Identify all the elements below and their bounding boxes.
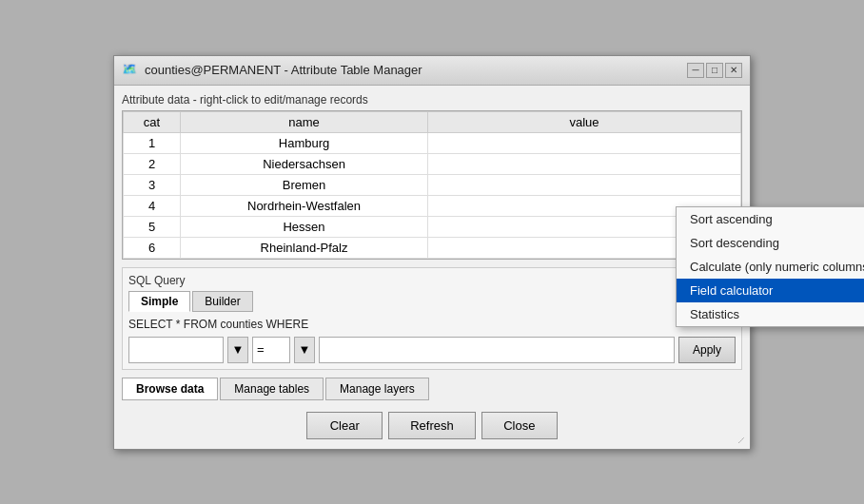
col-header-name: name	[181, 111, 428, 132]
value-input[interactable]	[319, 337, 675, 363]
bottom-tabs: Browse data Manage tables Manage layers	[122, 378, 742, 400]
table-row[interactable]: 3 Bremen	[124, 174, 741, 195]
cell-value	[428, 174, 741, 195]
window-body: Attribute data - right-click to edit/man…	[114, 86, 750, 449]
cell-cat: 5	[124, 216, 181, 237]
tab-manage-layers[interactable]: Manage layers	[325, 378, 429, 400]
cell-name: Nordrhein-Westfalen	[181, 195, 428, 216]
cell-name: Bremen	[181, 174, 428, 195]
tab-browse-data[interactable]: Browse data	[122, 378, 218, 400]
operator-select[interactable]: =	[252, 337, 290, 363]
cell-cat: 4	[124, 195, 181, 216]
cell-cat: 2	[124, 153, 181, 174]
operator-arrow[interactable]: ▼	[294, 337, 315, 363]
refresh-button[interactable]: Refresh	[388, 412, 476, 439]
context-menu-item[interactable]: Sort descending	[677, 231, 864, 255]
context-menu-item[interactable]: Statistics	[677, 302, 864, 326]
field-dropdown-arrow[interactable]: ▼	[227, 337, 248, 363]
table-row[interactable]: 5 Hessen	[124, 216, 741, 237]
action-buttons: Clear Refresh Close	[122, 408, 742, 441]
cell-cat: 1	[124, 132, 181, 153]
window-title: counties@PERMANENT - Attribute Table Man…	[145, 63, 422, 77]
cell-name: Hamburg	[181, 132, 428, 153]
cell-cat: 3	[124, 174, 181, 195]
sql-query-text: SELECT * FROM counties WHERE	[128, 318, 736, 331]
context-menu-item-label: Field calculator	[690, 283, 773, 298]
sql-tabs: Simple Builder	[128, 291, 736, 312]
table-row[interactable]: 4 Nordrhein-Westfalen	[124, 195, 741, 216]
tab-builder[interactable]: Builder	[192, 291, 252, 312]
cell-name: Rheinland-Pfalz	[181, 237, 428, 258]
sql-section-title: SQL Query	[128, 274, 736, 287]
context-menu-item[interactable]: Calculate (only numeric columns)▶	[677, 255, 864, 279]
cell-cat: 6	[124, 237, 181, 258]
window-controls: ─ □ ✕	[687, 63, 742, 78]
titlebar: 🗺️ counties@PERMANENT - Attribute Table …	[114, 56, 750, 86]
apply-button[interactable]: Apply	[678, 337, 736, 363]
context-menu-item-label: Calculate (only numeric columns)	[690, 260, 864, 274]
table-row[interactable]: 6 Rheinland-Pfalz	[124, 237, 741, 258]
col-header-cat: cat	[124, 111, 181, 132]
query-builder-row: ▼ = ▼ Apply	[128, 337, 736, 363]
table-row[interactable]: 1 Hamburg	[124, 132, 741, 153]
attribute-table-container: cat name value 1 Hamburg 2 Niedersachsen…	[122, 110, 742, 260]
main-window: 🗺️ counties@PERMANENT - Attribute Table …	[113, 55, 751, 450]
col-header-value: value	[428, 111, 741, 132]
titlebar-left: 🗺️ counties@PERMANENT - Attribute Table …	[122, 62, 422, 79]
close-button[interactable]: Close	[481, 412, 558, 439]
table-row[interactable]: 2 Niedersachsen	[124, 153, 741, 174]
context-menu-item[interactable]: Field calculator	[677, 279, 864, 302]
context-menu-item[interactable]: Sort ascending	[677, 207, 864, 231]
close-window-button[interactable]: ✕	[725, 63, 742, 78]
attribute-table: cat name value 1 Hamburg 2 Niedersachsen…	[123, 111, 741, 259]
context-menu: Sort ascendingSort descendingCalculate (…	[676, 206, 864, 327]
context-menu-item-label: Statistics	[690, 307, 739, 321]
table-header-label: Attribute data - right-click to edit/man…	[122, 93, 742, 107]
cell-value	[428, 132, 741, 153]
context-menu-item-label: Sort ascending	[690, 212, 773, 226]
tab-simple[interactable]: Simple	[128, 291, 190, 312]
tab-manage-tables[interactable]: Manage tables	[220, 378, 324, 400]
restore-button[interactable]: □	[706, 63, 723, 78]
clear-button[interactable]: Clear	[306, 412, 383, 439]
context-menu-item-label: Sort descending	[690, 236, 779, 250]
cell-name: Niedersachsen	[181, 153, 428, 174]
cell-value	[428, 153, 741, 174]
minimize-button[interactable]: ─	[687, 63, 704, 78]
field-dropdown[interactable]	[128, 337, 224, 363]
cell-name: Hessen	[181, 216, 428, 237]
app-icon: 🗺️	[122, 62, 139, 79]
sql-section: SQL Query Simple Builder SELECT * FROM c…	[122, 267, 742, 370]
resize-grip[interactable]: ⟋	[735, 434, 748, 447]
